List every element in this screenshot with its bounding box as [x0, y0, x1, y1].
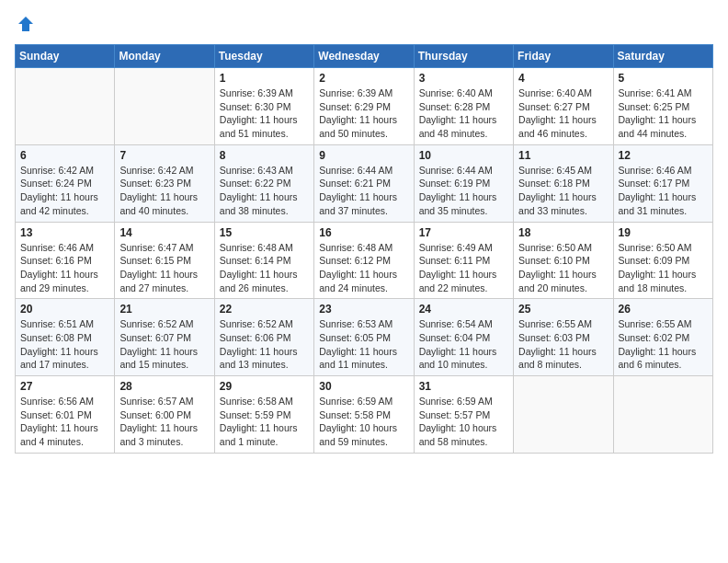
day-number: 22	[220, 303, 309, 316]
day-detail: Sunrise: 6:43 AM Sunset: 6:22 PM Dayligh…	[220, 164, 309, 218]
calendar-cell: 12Sunrise: 6:46 AM Sunset: 6:17 PM Dayli…	[613, 144, 712, 222]
day-number: 26	[619, 303, 708, 316]
day-of-week-header: Friday	[514, 45, 613, 68]
day-detail: Sunrise: 6:48 AM Sunset: 6:12 PM Dayligh…	[319, 241, 408, 295]
day-detail: Sunrise: 6:46 AM Sunset: 6:16 PM Dayligh…	[20, 241, 109, 295]
day-detail: Sunrise: 6:44 AM Sunset: 6:21 PM Dayligh…	[319, 164, 408, 218]
calendar-cell: 27Sunrise: 6:56 AM Sunset: 6:01 PM Dayli…	[16, 376, 115, 454]
calendar-cell	[613, 376, 712, 454]
day-number: 2	[319, 72, 408, 85]
day-detail: Sunrise: 6:59 AM Sunset: 5:58 PM Dayligh…	[319, 395, 408, 449]
calendar-week-row: 27Sunrise: 6:56 AM Sunset: 6:01 PM Dayli…	[16, 376, 713, 454]
day-number: 9	[319, 149, 408, 162]
calendar-cell: 14Sunrise: 6:47 AM Sunset: 6:15 PM Dayli…	[115, 222, 214, 299]
calendar-cell: 15Sunrise: 6:48 AM Sunset: 6:14 PM Dayli…	[214, 222, 313, 299]
logo	[15, 15, 35, 33]
day-detail: Sunrise: 6:52 AM Sunset: 6:06 PM Dayligh…	[220, 317, 309, 372]
day-detail: Sunrise: 6:55 AM Sunset: 6:03 PM Dayligh…	[518, 317, 608, 372]
day-of-week-header: Thursday	[414, 45, 513, 68]
calendar-cell: 18Sunrise: 6:50 AM Sunset: 6:10 PM Dayli…	[514, 222, 613, 299]
day-detail: Sunrise: 6:54 AM Sunset: 6:04 PM Dayligh…	[419, 317, 508, 372]
calendar-cell: 3Sunrise: 6:40 AM Sunset: 6:28 PM Daylig…	[414, 68, 513, 145]
calendar-table: SundayMondayTuesdayWednesdayThursdayFrid…	[15, 44, 713, 454]
day-number: 31	[419, 380, 508, 393]
day-detail: Sunrise: 6:40 AM Sunset: 6:28 PM Dayligh…	[419, 86, 508, 141]
day-number: 30	[319, 380, 408, 393]
day-detail: Sunrise: 6:45 AM Sunset: 6:18 PM Dayligh…	[518, 164, 608, 218]
day-detail: Sunrise: 6:41 AM Sunset: 6:25 PM Dayligh…	[619, 86, 708, 141]
calendar-week-row: 1Sunrise: 6:39 AM Sunset: 6:30 PM Daylig…	[16, 68, 713, 145]
day-number: 16	[319, 226, 408, 239]
calendar-cell: 9Sunrise: 6:44 AM Sunset: 6:21 PM Daylig…	[314, 144, 414, 222]
day-detail: Sunrise: 6:56 AM Sunset: 6:01 PM Dayligh…	[20, 395, 109, 449]
day-detail: Sunrise: 6:49 AM Sunset: 6:11 PM Dayligh…	[419, 241, 508, 295]
calendar-cell: 16Sunrise: 6:48 AM Sunset: 6:12 PM Dayli…	[314, 222, 414, 299]
day-number: 19	[619, 226, 708, 239]
day-number: 4	[518, 72, 608, 85]
calendar-cell: 2Sunrise: 6:39 AM Sunset: 6:29 PM Daylig…	[314, 68, 414, 145]
day-number: 1	[220, 72, 309, 85]
day-detail: Sunrise: 6:40 AM Sunset: 6:27 PM Dayligh…	[518, 86, 608, 141]
day-detail: Sunrise: 6:44 AM Sunset: 6:19 PM Dayligh…	[419, 164, 508, 218]
calendar-cell: 4Sunrise: 6:40 AM Sunset: 6:27 PM Daylig…	[514, 68, 613, 145]
day-number: 18	[518, 226, 608, 239]
calendar-cell: 8Sunrise: 6:43 AM Sunset: 6:22 PM Daylig…	[214, 144, 313, 222]
calendar-cell	[16, 68, 115, 145]
calendar-cell: 29Sunrise: 6:58 AM Sunset: 5:59 PM Dayli…	[214, 376, 313, 454]
day-number: 27	[20, 380, 109, 393]
calendar-cell: 19Sunrise: 6:50 AM Sunset: 6:09 PM Dayli…	[613, 222, 712, 299]
calendar-cell: 22Sunrise: 6:52 AM Sunset: 6:06 PM Dayli…	[214, 299, 313, 376]
calendar-cell: 30Sunrise: 6:59 AM Sunset: 5:58 PM Dayli…	[314, 376, 414, 454]
logo-icon	[17, 15, 35, 33]
day-number: 25	[518, 303, 608, 316]
calendar-week-row: 6Sunrise: 6:42 AM Sunset: 6:24 PM Daylig…	[16, 144, 713, 222]
day-number: 17	[419, 226, 508, 239]
calendar-cell: 28Sunrise: 6:57 AM Sunset: 6:00 PM Dayli…	[115, 376, 214, 454]
calendar-cell: 17Sunrise: 6:49 AM Sunset: 6:11 PM Dayli…	[414, 222, 513, 299]
calendar-cell: 31Sunrise: 6:59 AM Sunset: 5:57 PM Dayli…	[414, 376, 513, 454]
day-number: 8	[220, 149, 309, 162]
day-detail: Sunrise: 6:46 AM Sunset: 6:17 PM Dayligh…	[619, 164, 708, 218]
day-detail: Sunrise: 6:58 AM Sunset: 5:59 PM Dayligh…	[220, 395, 309, 449]
day-number: 14	[119, 226, 209, 239]
day-number: 21	[119, 303, 209, 316]
calendar-cell: 6Sunrise: 6:42 AM Sunset: 6:24 PM Daylig…	[16, 144, 115, 222]
day-detail: Sunrise: 6:47 AM Sunset: 6:15 PM Dayligh…	[119, 241, 209, 295]
calendar-cell: 10Sunrise: 6:44 AM Sunset: 6:19 PM Dayli…	[414, 144, 513, 222]
calendar-cell: 20Sunrise: 6:51 AM Sunset: 6:08 PM Dayli…	[16, 299, 115, 376]
day-detail: Sunrise: 6:42 AM Sunset: 6:23 PM Dayligh…	[119, 164, 209, 218]
day-detail: Sunrise: 6:50 AM Sunset: 6:09 PM Dayligh…	[619, 241, 708, 295]
day-detail: Sunrise: 6:39 AM Sunset: 6:30 PM Dayligh…	[220, 86, 309, 141]
day-number: 10	[419, 149, 508, 162]
day-number: 3	[419, 72, 508, 85]
day-number: 13	[20, 226, 109, 239]
calendar-cell: 5Sunrise: 6:41 AM Sunset: 6:25 PM Daylig…	[613, 68, 712, 145]
page-header	[15, 15, 713, 33]
calendar-week-row: 13Sunrise: 6:46 AM Sunset: 6:16 PM Dayli…	[16, 222, 713, 299]
day-detail: Sunrise: 6:50 AM Sunset: 6:10 PM Dayligh…	[518, 241, 608, 295]
day-number: 11	[518, 149, 608, 162]
calendar-cell: 21Sunrise: 6:52 AM Sunset: 6:07 PM Dayli…	[115, 299, 214, 376]
calendar-body: 1Sunrise: 6:39 AM Sunset: 6:30 PM Daylig…	[16, 68, 713, 454]
calendar-cell	[115, 68, 214, 145]
calendar-cell: 7Sunrise: 6:42 AM Sunset: 6:23 PM Daylig…	[115, 144, 214, 222]
calendar-cell	[514, 376, 613, 454]
day-number: 28	[119, 380, 209, 393]
day-of-week-header: Saturday	[613, 45, 712, 68]
calendar-cell: 1Sunrise: 6:39 AM Sunset: 6:30 PM Daylig…	[214, 68, 313, 145]
day-detail: Sunrise: 6:59 AM Sunset: 5:57 PM Dayligh…	[419, 395, 508, 449]
calendar-cell: 25Sunrise: 6:55 AM Sunset: 6:03 PM Dayli…	[514, 299, 613, 376]
day-detail: Sunrise: 6:55 AM Sunset: 6:02 PM Dayligh…	[619, 317, 708, 372]
calendar-cell: 11Sunrise: 6:45 AM Sunset: 6:18 PM Dayli…	[514, 144, 613, 222]
day-number: 24	[419, 303, 508, 316]
day-detail: Sunrise: 6:39 AM Sunset: 6:29 PM Dayligh…	[319, 86, 408, 141]
day-number: 29	[220, 380, 309, 393]
day-detail: Sunrise: 6:52 AM Sunset: 6:07 PM Dayligh…	[119, 317, 209, 372]
day-number: 23	[319, 303, 408, 316]
days-of-week-row: SundayMondayTuesdayWednesdayThursdayFrid…	[16, 45, 713, 68]
day-number: 7	[119, 149, 209, 162]
day-number: 20	[20, 303, 109, 316]
day-number: 5	[619, 72, 708, 85]
day-number: 12	[619, 149, 708, 162]
calendar-cell: 23Sunrise: 6:53 AM Sunset: 6:05 PM Dayli…	[314, 299, 414, 376]
